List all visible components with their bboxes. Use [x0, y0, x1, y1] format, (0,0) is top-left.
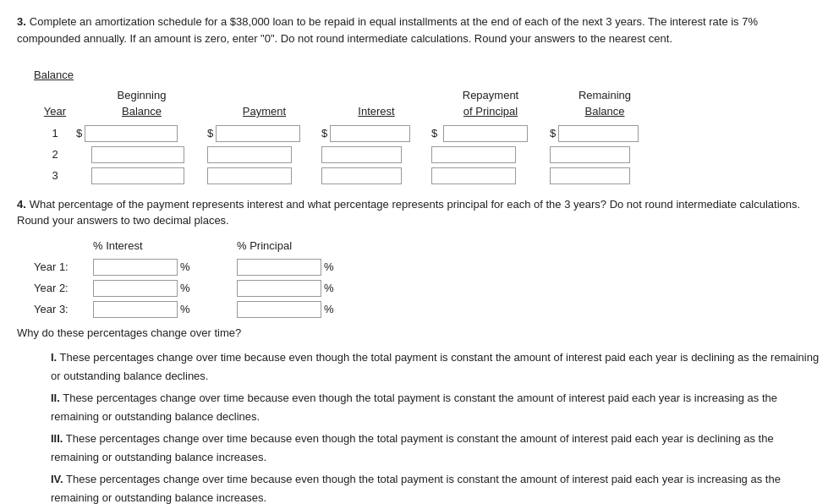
remaining-balance-2: [550, 146, 660, 163]
payment-2-input[interactable]: [207, 146, 292, 163]
principal-repayment-1-input[interactable]: [443, 125, 528, 142]
payment-1: $: [207, 125, 321, 142]
pct-principal-1-input[interactable]: [237, 259, 321, 276]
principal-repayment-2: [431, 146, 550, 163]
repayment-header: Repayment of Principal: [431, 87, 550, 120]
problem-4-text: 4.What percentage of the payment represe…: [17, 196, 822, 229]
beginning-balance-2-input[interactable]: [91, 146, 184, 163]
pct-interest-1: %: [93, 259, 237, 276]
pct-year-1-label: Year 1:: [34, 259, 93, 276]
payment-header: Payment: [207, 103, 321, 120]
problem-4-number: 4.: [17, 198, 26, 211]
pct-row-2: Year 2: % %: [34, 280, 822, 297]
answer-choices: I. These percentages change over time be…: [51, 348, 822, 505]
col-year-header: Balance Balance: [34, 55, 76, 84]
amort-header: Balance Balance: [34, 55, 822, 84]
payment-1-input[interactable]: [216, 125, 300, 142]
year-col-header: Year: [34, 103, 76, 120]
interest-1: $: [321, 125, 431, 142]
beginning-balance-1-input[interactable]: [85, 125, 178, 142]
pct-principal-3-input[interactable]: [237, 301, 321, 318]
remaining-balance-1: $: [550, 125, 660, 142]
amort-row-3: 3: [34, 167, 822, 184]
pct-year-2-label: Year 2:: [34, 280, 93, 297]
remaining-balance-3-input[interactable]: [550, 167, 630, 184]
interest-2: [321, 146, 431, 163]
payment-3-input[interactable]: [207, 167, 292, 184]
pct-principal-header: % Principal: [237, 238, 364, 255]
remaining-balance-2-input[interactable]: [550, 146, 630, 163]
pct-year-3-label: Year 3:: [34, 301, 93, 318]
choice-II: II. These percentages change over time b…: [51, 389, 822, 426]
pct-interest-3: %: [93, 301, 237, 318]
pct-row-3: Year 3: % %: [34, 301, 822, 318]
beginning-balance-header: Beginning Balance: [76, 87, 207, 120]
year-2-label: 2: [34, 146, 76, 163]
pct-year-col: [34, 238, 93, 255]
pct-principal-2: %: [237, 280, 334, 297]
amort-row-2: 2: [34, 146, 822, 163]
pct-row-1: Year 1: % %: [34, 259, 822, 276]
problem-3: 3.Complete an amortization schedule for …: [17, 14, 822, 184]
pct-interest-3-input[interactable]: [93, 301, 178, 318]
pct-interest-header: % Interest: [93, 238, 237, 255]
pct-principal-3: %: [237, 301, 334, 318]
pct-interest-1-input[interactable]: [93, 259, 178, 276]
beginning-balance-3-input[interactable]: [91, 167, 184, 184]
why-text: Why do these percentages change over tim…: [17, 325, 822, 342]
interest-3-input[interactable]: [321, 167, 402, 184]
payment-2: [207, 146, 321, 163]
amort-row-1: 1 $ $ $ $ $: [34, 125, 822, 142]
amortization-table: Balance Balance Year Beginning Balance P…: [34, 55, 822, 184]
beginning-balance-2: [76, 146, 207, 163]
principal-repayment-3: [431, 167, 550, 184]
interest-2-input[interactable]: [321, 146, 402, 163]
interest-3: [321, 167, 431, 184]
principal-repayment-1: $: [431, 125, 550, 142]
year-1-label: 1: [34, 125, 76, 142]
principal-repayment-3-input[interactable]: [431, 167, 516, 184]
problem-3-number: 3.: [17, 15, 26, 28]
choice-III: III. These percentages change over time …: [51, 430, 822, 467]
pct-interest-2: %: [93, 280, 237, 297]
problem-3-text: 3.Complete an amortization schedule for …: [17, 14, 822, 47]
pct-header: % Interest % Principal: [34, 238, 822, 255]
remaining-balance-1-input[interactable]: [558, 125, 639, 142]
interest-1-input[interactable]: [330, 125, 410, 142]
pct-interest-2-input[interactable]: [93, 280, 178, 297]
choice-IV: IV. These percentages change over time b…: [51, 470, 822, 504]
remaining-balance-header: Remaining Balance: [550, 87, 660, 120]
payment-3: [207, 167, 321, 184]
problem-4: 4.What percentage of the payment represe…: [17, 196, 822, 505]
interest-header: Interest: [321, 103, 431, 120]
pct-principal-1: %: [237, 259, 334, 276]
percentage-table: % Interest % Principal Year 1: % % Year …: [34, 238, 822, 319]
principal-repayment-2-input[interactable]: [431, 146, 516, 163]
pct-principal-2-input[interactable]: [237, 280, 321, 297]
choice-I: I. These percentages change over time be…: [51, 348, 822, 386]
beginning-balance-3: [76, 167, 207, 184]
year-3-label: 3: [34, 167, 76, 184]
remaining-balance-3: [550, 167, 660, 184]
beginning-balance-1: $: [76, 125, 207, 142]
